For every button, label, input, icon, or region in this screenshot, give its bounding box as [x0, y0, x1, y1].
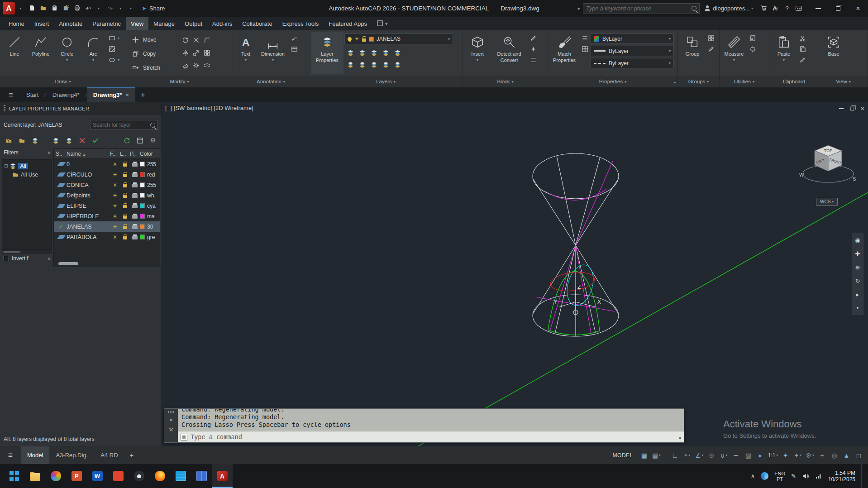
text-button[interactable]: AText▾ [235, 32, 257, 74]
match-properties-small-icon[interactable] [797, 55, 807, 64]
layer-plot-icon[interactable] [130, 193, 140, 198]
copy-clip-icon[interactable] [797, 44, 807, 53]
layer-row-hip-rbole[interactable]: HIPÉRBOLE☀ma [54, 211, 160, 221]
show-motion-icon[interactable]: ▸ [853, 289, 863, 300]
statusbar-menu-icon[interactable]: ≡ [0, 446, 21, 464]
dimension-button[interactable]: Dimension▾ [258, 32, 288, 74]
layer-lock-icon[interactable] [120, 172, 130, 177]
object-snap-tracking-icon[interactable]: ⊙ [706, 450, 717, 461]
close-tab-icon[interactable]: × [125, 91, 129, 98]
green-construction-line[interactable] [419, 192, 868, 446]
search-caret-icon[interactable]: ▸ [578, 5, 581, 11]
selection-cycling-icon[interactable]: ▸ [755, 450, 766, 461]
ribbon-tab-annotate[interactable]: Annotate [54, 17, 87, 30]
layer-lock-icon[interactable] [120, 162, 130, 167]
layer-color-cell[interactable]: red [140, 172, 160, 178]
linetype-dropdown[interactable]: ByLayer▾ [591, 58, 674, 68]
customize-qat-dropdown-icon[interactable]: ▾ [126, 3, 136, 14]
file-tab-drawing4[interactable]: Drawing4* [46, 87, 86, 102]
ribbon-display-toggle[interactable]: ▾ [372, 17, 392, 30]
drawing-viewport[interactable]: [−] [SW Isometric] [2D Wireframe] × [162, 102, 868, 446]
polyline-button[interactable]: Polyline [28, 32, 53, 74]
layer-plot-icon[interactable] [130, 234, 140, 239]
file-explorer-icon[interactable] [24, 464, 45, 488]
ortho-mode-icon[interactable]: ∟ [669, 450, 681, 461]
layer-search-input[interactable] [93, 122, 148, 128]
ribbon-tab-output[interactable]: Output [180, 17, 207, 30]
red-app-icon[interactable] [108, 464, 129, 488]
autocad-logo[interactable]: A [3, 2, 15, 14]
line-button[interactable]: Line [2, 32, 27, 74]
lineweight-icon[interactable]: ━ [730, 450, 742, 461]
ribbon-tab-featured-apps[interactable]: Featured Apps [324, 17, 372, 30]
new-property-filter-icon[interactable] [4, 136, 14, 145]
command-close-icon[interactable]: × [169, 417, 173, 423]
layer-freeze-icon[interactable]: ☀ [110, 162, 120, 167]
help-button[interactable]: ? [781, 2, 793, 15]
new-layout-button[interactable]: + [124, 451, 139, 459]
redo-button[interactable]: ↷ [105, 3, 115, 14]
command-input[interactable] [191, 433, 676, 440]
app-menu-dropdown-icon[interactable]: ▾ [15, 3, 25, 14]
layer-freeze-tool-icon[interactable] [345, 60, 355, 69]
ribbon-tab-express-tools[interactable]: Express Tools [277, 17, 324, 30]
command-prompt-icon[interactable] [181, 434, 187, 440]
command-input-row[interactable]: ▴ [178, 431, 684, 442]
redo-dropdown-icon[interactable]: ▾ [115, 3, 125, 14]
clipboard-panel-label[interactable]: Clipboard [769, 76, 819, 87]
ribbon-tab-parametric[interactable]: Parametric [87, 17, 126, 30]
viewport-visual-style-control[interactable]: [2D Wireframe] [213, 105, 253, 111]
annotation-visibility-icon[interactable]: ✦ [780, 450, 791, 461]
layer-walk-icon[interactable] [381, 60, 391, 69]
layer-row-c-nica[interactable]: CÓNICA☀255 [54, 180, 160, 190]
viewcube[interactable]: W S TOP LEFT FRONT [798, 138, 858, 190]
grid-display-icon[interactable]: ▦ [639, 450, 650, 461]
help-search-input[interactable] [586, 5, 689, 12]
filters-scrollbar[interactable] [2, 250, 52, 254]
layer-search-box[interactable] [90, 120, 158, 130]
hidden-icons-chevron[interactable]: ∧ [751, 473, 755, 479]
snap-mode-icon[interactable]: ▤▾ [651, 450, 662, 461]
clean-screen-icon[interactable]: ◻ [853, 450, 864, 461]
edge-tray-icon[interactable] [761, 472, 768, 480]
properties-list-icon[interactable] [580, 33, 590, 43]
fillet-icon[interactable] [202, 35, 212, 44]
view-panel-label[interactable]: View▾ [819, 76, 868, 87]
help-search-box[interactable] [583, 3, 700, 14]
layer-settings-gear-icon[interactable]: ⚙ [148, 136, 158, 145]
new-group-filter-icon[interactable] [17, 136, 27, 145]
modify-panel-label[interactable]: Modify▾ [126, 76, 233, 87]
language-indicator[interactable]: ENG PT [774, 471, 785, 482]
layout-tab-model[interactable]: Model [21, 446, 49, 464]
microsoft-store-icon[interactable] [191, 464, 212, 488]
insert-button[interactable]: Insert▾ [465, 32, 490, 74]
layer-freeze-icon[interactable]: ☀ [110, 172, 120, 177]
layer-merge-icon[interactable] [392, 60, 402, 69]
rectangle-tool-icon[interactable] [107, 33, 117, 43]
layer-freeze-icon[interactable]: ☀ [110, 224, 120, 230]
id-point-icon[interactable] [748, 44, 758, 53]
pen-icon[interactable]: ✎ [791, 473, 796, 479]
file-tab-menu-icon[interactable]: ≡ [2, 87, 20, 102]
object-color-dropdown[interactable]: ByLayer▾ [591, 33, 674, 44]
assistant-button[interactable] [793, 2, 805, 15]
layer-plot-icon[interactable] [130, 162, 140, 167]
lpm-grip-icon[interactable] [4, 105, 5, 112]
hatch-tool-icon[interactable] [107, 44, 117, 53]
network-icon[interactable] [815, 473, 822, 480]
word-icon[interactable]: W [87, 464, 108, 488]
taskbar-clock[interactable]: 1:54 PM 10/21/2025 [828, 470, 855, 483]
layer-unisolate-icon[interactable] [369, 60, 379, 69]
layer-properties-button[interactable]: Layer Properties [311, 32, 343, 74]
trim-icon[interactable] [191, 35, 201, 44]
command-customize-icon[interactable]: ⚒ [169, 426, 174, 433]
show-desktop-button[interactable] [861, 464, 863, 488]
photos-app-icon[interactable] [45, 464, 66, 488]
viewport-menu-control[interactable]: [−] [165, 105, 172, 111]
command-palette-grip[interactable]: × ⚒ [164, 409, 178, 442]
navbar-dropdown-icon[interactable]: ▾ [853, 302, 863, 313]
save-icon[interactable] [49, 3, 59, 14]
viewport-minimize-icon[interactable] [839, 108, 844, 109]
layer-lock-icon[interactable] [120, 214, 130, 219]
layer-search-icon[interactable] [150, 123, 155, 128]
